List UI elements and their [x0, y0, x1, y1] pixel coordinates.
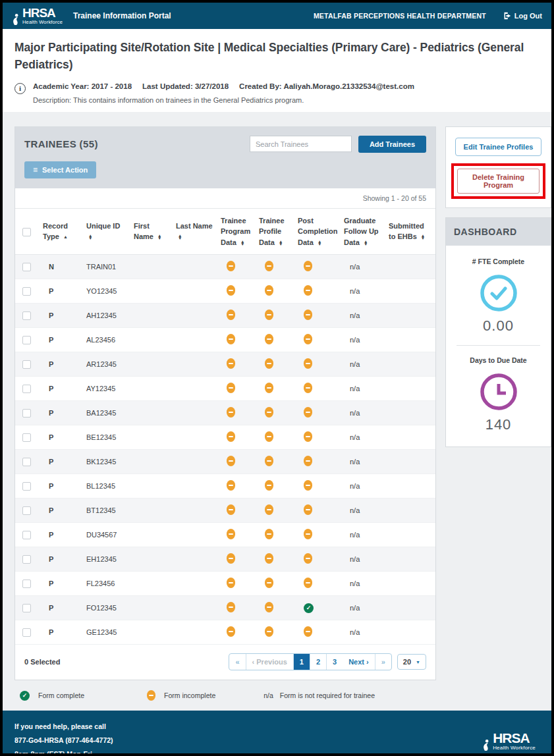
trainee-program-data-cell [217, 352, 256, 377]
logo-sub-text: Health Workforce [22, 20, 63, 25]
row-checkbox[interactable] [22, 360, 31, 369]
logout-button[interactable]: Log Out [503, 12, 542, 20]
row-checkbox[interactable] [22, 263, 31, 271]
form-incomplete-icon [265, 285, 273, 296]
form-incomplete-icon [304, 553, 312, 564]
post-completion-data-cell [294, 547, 341, 572]
column-header-last-name[interactable]: Last Name ▲▼ [173, 209, 217, 255]
top-navigation-bar: HRSA Health Workforce Trainee Informatio… [3, 3, 551, 29]
form-incomplete-icon [265, 383, 273, 393]
trainee-program-data-cell [217, 328, 256, 352]
submitted-to-ehbs-cell [385, 450, 435, 474]
highlight-box: Delete Training Program [451, 163, 545, 199]
graduate-follow-up-cell: n/a [341, 450, 385, 474]
row-checkbox[interactable] [22, 336, 31, 344]
column-header-submitted-to-ehbs[interactable]: Submitted to EHBs ▲▼ [385, 209, 435, 255]
not-applicable-text: n/a [350, 531, 360, 539]
row-checkbox[interactable] [22, 604, 31, 612]
list-icon: ≡ [33, 166, 38, 174]
trainee-profile-data-cell [256, 401, 294, 425]
hrsa-logo: HRSA Health Workforce [12, 7, 63, 25]
unique-id-cell: AY12345 [83, 377, 130, 401]
form-incomplete-icon [304, 431, 312, 442]
row-checkbox[interactable] [22, 580, 31, 588]
form-incomplete-icon [304, 456, 312, 466]
first-page-button[interactable]: « [229, 654, 246, 670]
submitted-to-ehbs-cell [385, 474, 435, 499]
column-header-unique-id[interactable]: Unique ID ▲▼ [83, 209, 130, 255]
trainees-table: Record Type ▲Unique ID ▲▼First Name ▲▼La… [15, 209, 435, 645]
created-by: Created By: Aaliyah.Morago.21332534@test… [239, 82, 414, 90]
column-header-graduate-follow-up-data[interactable]: Graduate Follow Up Data ▲▼ [341, 209, 385, 255]
column-header-first-name[interactable]: First Name ▲▼ [130, 209, 173, 255]
form-incomplete-label: Form incomplete [164, 691, 215, 699]
column-header-trainee-profile-data[interactable]: Trainee Profile Data ▲▼ [256, 209, 294, 255]
search-input[interactable] [250, 136, 352, 152]
page-button-2[interactable]: 2 [310, 654, 327, 670]
post-completion-data-cell: ✓ [294, 596, 341, 620]
row-checkbox[interactable] [22, 385, 31, 393]
add-trainees-button[interactable]: Add Trainees [358, 136, 426, 153]
submitted-to-ehbs-cell [385, 620, 435, 645]
unique-id-cell: BT12345 [83, 499, 130, 523]
trainee-profile-data-cell [256, 620, 294, 645]
last-name-cell [173, 279, 217, 304]
row-checkbox[interactable] [22, 433, 31, 442]
program-meta: Academic Year: 2017 - 2018 Last Updated:… [33, 82, 414, 90]
not-applicable-text: n/a [350, 604, 360, 612]
column-label: Last Name [176, 222, 213, 230]
row-checkbox[interactable] [22, 409, 31, 418]
row-checkbox[interactable] [22, 311, 31, 320]
row-checkbox[interactable] [22, 482, 31, 491]
fte-check-icon [480, 274, 518, 312]
first-name-cell [130, 620, 173, 645]
trainee-program-data-cell [217, 474, 256, 499]
record-type-cell: P [40, 523, 83, 547]
submitted-to-ehbs-cell [385, 499, 435, 523]
row-checkbox[interactable] [22, 531, 31, 539]
trainee-profile-data-cell [256, 474, 294, 499]
column-header-post-completion-data[interactable]: Post Completion Data ▲▼ [294, 209, 341, 255]
unique-id-cell: BA12345 [83, 401, 130, 425]
select-all-checkbox[interactable] [22, 228, 31, 236]
row-checkbox[interactable] [22, 506, 31, 515]
form-incomplete-icon [227, 431, 235, 442]
row-checkbox[interactable] [22, 628, 31, 637]
submitted-to-ehbs-cell [385, 596, 435, 620]
column-header-record-type[interactable]: Record Type ▲ [40, 209, 83, 255]
previous-page-button[interactable]: ‹ Previous [246, 654, 294, 670]
trainee-profile-data-cell [256, 255, 294, 279]
last-page-button[interactable]: » [375, 654, 391, 670]
column-header-trainee-program-data[interactable]: Trainee Program Data ▲▼ [217, 209, 256, 255]
table-row: PEH12345n/a [15, 547, 435, 572]
form-incomplete-icon [304, 504, 312, 515]
next-page-button[interactable]: Next › [343, 654, 375, 670]
showing-count: Showing 1 - 20 of 55 [15, 188, 435, 209]
form-incomplete-icon [265, 261, 273, 271]
row-checkbox[interactable] [22, 458, 31, 466]
graduate-follow-up-cell: n/a [341, 255, 385, 279]
form-complete-icon: ✓ [304, 603, 314, 613]
trainee-profile-data-cell [256, 572, 294, 596]
page-size-select[interactable]: 20 ▼ [397, 654, 426, 670]
dashboard-title: DASHBOARD [446, 218, 551, 246]
first-name-cell [130, 474, 173, 499]
select-action-button[interactable]: ≡Select Action [24, 161, 96, 178]
form-incomplete-icon [265, 480, 273, 491]
row-checkbox[interactable] [22, 287, 31, 296]
status-legend: ✓ Form complete Form incomplete n/a Form… [14, 680, 436, 711]
edit-trainee-profiles-button[interactable]: Edit Trainee Profiles [455, 138, 542, 156]
row-checkbox[interactable] [22, 555, 31, 564]
first-name-cell [130, 425, 173, 450]
first-name-cell [130, 255, 173, 279]
page-button-3[interactable]: 3 [327, 654, 343, 670]
form-incomplete-icon [265, 407, 273, 418]
footer-logo-sub: Health Workforce [493, 745, 536, 751]
page-button-1[interactable]: 1 [294, 654, 310, 670]
table-row: NTRAIN01n/a [15, 255, 435, 279]
record-type-cell: P [40, 377, 83, 401]
column-label: Graduate Follow Up Data [344, 217, 379, 246]
delete-training-program-button[interactable]: Delete Training Program [457, 169, 540, 194]
first-name-cell [130, 377, 173, 401]
post-completion-data-cell [294, 279, 341, 304]
